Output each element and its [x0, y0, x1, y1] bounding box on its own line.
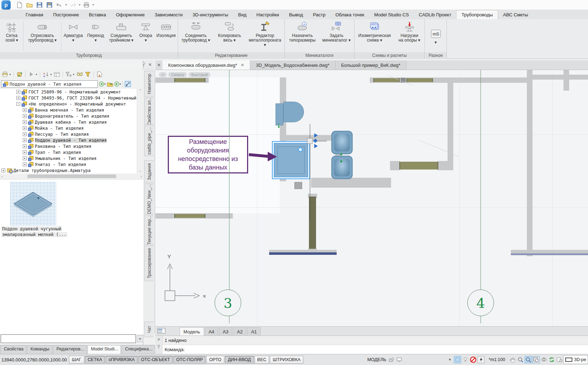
tree-expander-icon[interactable]: + [23, 162, 27, 166]
docked-panel-tab[interactable]: Текущие пер... [144, 215, 154, 245]
pick-object-icon[interactable] [125, 81, 131, 87]
layout-tab[interactable]: Модель [180, 327, 204, 336]
ribbon-tab[interactable]: Вывод [284, 10, 308, 19]
scroll-right-icon[interactable]: › [141, 175, 142, 178]
wall-segment[interactable] [533, 75, 588, 80]
tree-item[interactable]: + Раковина - Тип изделия [0, 143, 137, 149]
save-icon[interactable] [36, 1, 43, 9]
window-segment[interactable] [511, 253, 588, 255]
wall-segment[interactable] [511, 250, 588, 253]
command-input[interactable]: Команда: [162, 345, 588, 354]
pipe-segment[interactable] [311, 178, 391, 188]
redo-dropdown-icon[interactable]: ▾ [79, 3, 80, 6]
undo-icon[interactable] [55, 1, 63, 9]
tree-expander-icon[interactable]: + [16, 90, 20, 94]
print-icon[interactable] [1, 71, 9, 78]
wall-segment[interactable] [527, 70, 533, 256]
search-input[interactable]: Поддон душевой - Тип изделия [1, 80, 98, 88]
window-segment[interactable] [269, 252, 337, 255]
ribbon-tab[interactable]: 3D-инструменты [188, 10, 233, 19]
panel-tab[interactable]: Команды [27, 345, 52, 354]
sink-fixture[interactable] [331, 156, 353, 179]
lightbulb-icon[interactable] [462, 356, 469, 363]
wall-segment[interactable] [438, 161, 448, 170]
layout-tab[interactable]: А1 [247, 327, 261, 336]
viewport-control-button[interactable]: + [159, 72, 167, 77]
sort-icon[interactable]: aя [42, 71, 49, 78]
shower-tray-selected[interactable] [272, 141, 310, 179]
no-entry-icon[interactable] [470, 356, 477, 363]
tree-expander-icon[interactable]: + [16, 96, 20, 100]
ribbon-tab[interactable]: Облака точек [331, 10, 369, 19]
ribbon-tab[interactable]: Трубопроводы [456, 10, 498, 19]
status-toggle[interactable]: ОРТО [206, 356, 224, 364]
tree-expander-icon[interactable]: + [23, 120, 27, 124]
viewport-control-button[interactable]: Сверху [168, 72, 187, 77]
new-file-icon[interactable] [16, 1, 23, 9]
tree-expander-icon[interactable]: + [23, 138, 27, 142]
ribbon-tab[interactable]: Вид [233, 10, 252, 19]
door-segment[interactable] [373, 78, 400, 82]
callout-annotation[interactable]: Размещениеоборудованиянепосредственно из… [168, 136, 248, 173]
quick-properties-icon[interactable] [477, 356, 485, 363]
document-tab[interactable]: Большой пример_ВиК.dwg* ✕ [336, 60, 407, 70]
ribbon-tab[interactable]: Главная [21, 10, 48, 19]
door-segment[interactable] [399, 162, 438, 170]
ribbon-tab[interactable]: Зависимости [150, 10, 188, 19]
layout-tab[interactable]: А3 [219, 327, 232, 336]
panel-close-icon[interactable]: ✕ [148, 62, 152, 67]
status-toggle[interactable]: оПРИВЯЗКА [106, 356, 137, 364]
set-minicatalog-button[interactable]: Задать миникаталог ▾ [320, 20, 353, 52]
view-mode-button[interactable]: 3D-ре [563, 355, 588, 364]
door-segment[interactable] [174, 214, 205, 218]
draw-pipe-button[interactable]: Отрисовать трубопровод ▾ [24, 20, 61, 52]
docked-panel-tab[interactable]: Свойства эл... [144, 98, 154, 125]
status-toggle[interactable]: ДИН-ВВОД [225, 356, 254, 364]
ribbon-tab[interactable]: АВС Сметы [498, 10, 533, 19]
tree-item[interactable]: + Детали трубопроводные.Арматура [0, 167, 137, 173]
status-dropdown-icon[interactable]: ▼ [446, 356, 453, 363]
funnel-icon[interactable] [84, 71, 91, 78]
wall-segment[interactable] [448, 83, 453, 170]
ribbon-tab[interactable]: Настройки [251, 10, 284, 19]
tree-item[interactable]: + ГОСТ 30493-96, ГОСТ 23289-94 - Нормати… [0, 95, 137, 101]
play-dropdown-icon[interactable]: ▼ [35, 73, 38, 76]
viewport-lock-icon[interactable] [388, 356, 395, 363]
toilet-fixture[interactable] [276, 103, 283, 125]
tee-connect-button[interactable]: Соединить тройником ▾ [107, 20, 136, 52]
zoom-realtime-icon[interactable] [525, 356, 532, 363]
join-pipe-button[interactable]: Соединить трубопровод ▾ [179, 20, 213, 52]
ribbon-tab[interactable]: Model Studio CS [369, 10, 414, 19]
tree-expander-icon[interactable]: + [23, 126, 27, 130]
tree-item[interactable]: + Писсуар - Тип изделия [0, 131, 137, 137]
clear-input-icon[interactable]: ✕ [137, 335, 143, 342]
zoom-window-icon[interactable] [533, 356, 540, 363]
layout-tab[interactable]: А2 [233, 327, 246, 336]
support-loads-button[interactable]: Нагрузки на опоры ▾ [395, 20, 424, 52]
drawing-canvas[interactable]: +СверхуБыстрый Размещениеоборудованиянеп… [155, 70, 588, 326]
docked-panel-tab[interactable]: cadlib_pipe_... [144, 125, 154, 156]
tree-horizontal-scrollbar[interactable]: ‹ › [0, 173, 143, 179]
status-toggle[interactable]: ШАГ [69, 356, 84, 364]
riser-segment[interactable] [309, 197, 316, 250]
ribbon-tab[interactable]: Оформление [111, 10, 150, 19]
tree-vertical-scrollbar[interactable]: ⌃ ⌄ [137, 89, 143, 173]
tree-expander-icon[interactable]: + [23, 132, 27, 136]
tree-expander-icon[interactable]: − [16, 102, 20, 106]
filter-icon[interactable] [65, 71, 72, 78]
card-view-icon[interactable] [53, 71, 60, 78]
print-quick-icon[interactable] [82, 1, 90, 9]
pan-icon[interactable] [509, 356, 516, 363]
docked-panel-tab[interactable]: Чат [144, 322, 154, 337]
tree-item[interactable]: − <Не определено> - Нормативный документ [0, 101, 137, 107]
panel-tab[interactable]: Model Studi... [87, 345, 121, 354]
fittings-button[interactable]: Арматура ▾ [62, 20, 85, 52]
model-space-label[interactable]: МОДЕЛЬ [367, 357, 386, 362]
folder-up-icon[interactable] [107, 81, 113, 87]
scroll-left-icon[interactable]: ‹ [1, 175, 2, 178]
tree-item[interactable]: + Трап - Тип изделия [0, 149, 137, 155]
redo-icon[interactable] [69, 1, 77, 9]
isometric-scheme-button[interactable]: AXO Изометрическая схема ▾ [356, 20, 394, 52]
layout-tab[interactable]: А4 [205, 327, 218, 336]
tree-expander-icon[interactable]: + [23, 150, 27, 154]
